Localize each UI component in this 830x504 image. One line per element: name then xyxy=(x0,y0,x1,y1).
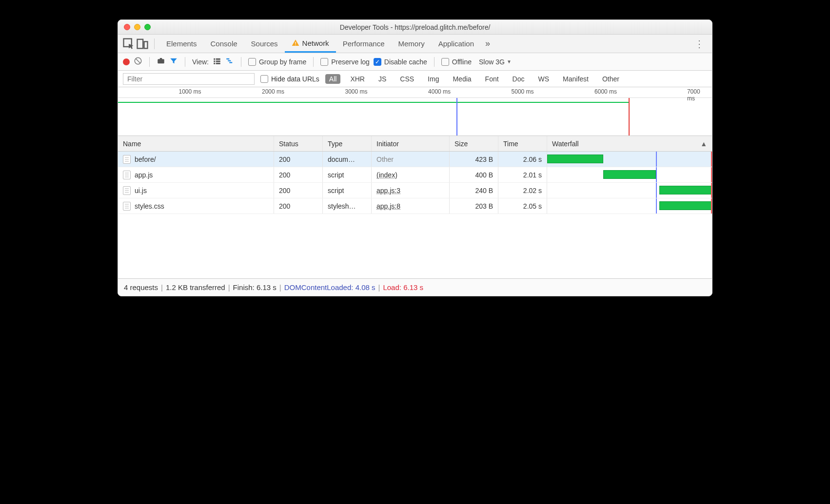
filter-chip-other[interactable]: Other xyxy=(598,74,623,84)
cell-name: before/ xyxy=(118,152,274,167)
initiator-link[interactable]: (index) xyxy=(376,171,397,179)
file-icon xyxy=(123,186,131,195)
group-by-frame-checkbox[interactable]: Group by frame xyxy=(248,58,306,66)
table-row[interactable]: styles.css200stylesh…app.js:8203 B2.05 s xyxy=(118,198,712,214)
table-row[interactable]: app.js200script(index)400 B2.01 s xyxy=(118,167,712,183)
separator: | xyxy=(279,283,281,291)
request-name: ui.js xyxy=(135,187,147,194)
cell-type: docum… xyxy=(323,152,372,167)
cell-time: 2.05 s xyxy=(498,198,547,213)
separator xyxy=(154,39,155,49)
table-row[interactable]: ui.js200scriptapp.js:3240 B2.02 s xyxy=(118,183,712,198)
tab-network[interactable]: Network xyxy=(285,35,336,53)
tab-application[interactable]: Application xyxy=(432,35,481,53)
waterfall-view-icon[interactable] xyxy=(225,57,234,67)
filter-chip-css[interactable]: CSS xyxy=(396,74,418,84)
separator xyxy=(241,57,241,67)
window-title: Developer Tools - https://preload.glitch… xyxy=(118,23,712,31)
initiator-link[interactable]: app.js:3 xyxy=(376,187,400,194)
tab-elements[interactable]: Elements xyxy=(159,35,204,53)
timeline-ruler: 1000 ms 2000 ms 3000 ms 4000 ms 5000 ms … xyxy=(118,87,712,98)
filter-chip-media[interactable]: Media xyxy=(449,74,475,84)
dcl-line xyxy=(656,152,657,167)
cell-status: 200 xyxy=(274,198,323,213)
file-icon xyxy=(123,202,131,211)
cell-size: 240 B xyxy=(450,183,498,198)
load-marker xyxy=(629,98,630,136)
filter-chip-all[interactable]: All xyxy=(325,74,341,84)
initiator-link[interactable]: app.js:8 xyxy=(376,202,400,210)
col-label: Size xyxy=(455,140,468,148)
table-row[interactable]: before/200docum…Other423 B2.06 s xyxy=(118,152,712,167)
network-table-body: before/200docum…Other423 B2.06 sapp.js20… xyxy=(118,152,712,278)
cell-time: 2.01 s xyxy=(498,167,547,182)
tab-memory[interactable]: Memory xyxy=(392,35,432,53)
col-waterfall[interactable]: Waterfall ▲ xyxy=(547,136,712,151)
col-type[interactable]: Type xyxy=(323,136,372,151)
cell-name: ui.js xyxy=(118,183,274,198)
waterfall-bar xyxy=(547,155,603,163)
col-size[interactable]: Size xyxy=(450,136,498,151)
col-name[interactable]: Name xyxy=(118,136,274,151)
cell-name: app.js xyxy=(118,167,274,182)
network-table-header: Name Status Type Initiator Size Time Wat… xyxy=(118,136,712,152)
filter-chip-manifest[interactable]: Manifest xyxy=(559,74,593,84)
kebab-menu-icon[interactable]: ⋮ xyxy=(691,38,708,50)
filter-chip-ws[interactable]: WS xyxy=(534,74,553,84)
svg-rect-1 xyxy=(138,39,143,48)
tab-performance[interactable]: Performance xyxy=(336,35,392,53)
disable-cache-checkbox[interactable]: ✓ Disable cache xyxy=(374,58,427,66)
load-line xyxy=(711,167,712,182)
inspect-element-icon[interactable] xyxy=(122,37,136,51)
tab-console[interactable]: Console xyxy=(204,35,244,53)
separator: | xyxy=(161,283,163,291)
cell-time: 2.02 s xyxy=(498,183,547,198)
svg-rect-13 xyxy=(216,63,220,64)
cell-type: stylesh… xyxy=(323,198,372,213)
cell-status: 200 xyxy=(274,152,323,167)
filter-chip-js[interactable]: JS xyxy=(375,74,390,84)
load-line xyxy=(711,183,712,198)
svg-rect-4 xyxy=(295,44,296,45)
chevron-down-icon: ▼ xyxy=(507,59,512,64)
cell-size: 400 B xyxy=(450,167,498,182)
tab-label: Application xyxy=(438,39,474,48)
separator: | xyxy=(378,283,380,291)
record-button[interactable] xyxy=(123,58,130,65)
checkbox-label: Hide data URLs xyxy=(271,75,319,83)
initiator-link: Other xyxy=(376,155,394,163)
large-rows-icon[interactable] xyxy=(213,57,221,67)
filter-toggle-icon[interactable] xyxy=(169,57,178,67)
filter-chip-xhr[interactable]: XHR xyxy=(346,74,369,84)
filter-input[interactable] xyxy=(123,73,255,85)
hide-data-urls-checkbox[interactable]: Hide data URLs xyxy=(260,75,319,83)
filter-chip-doc[interactable]: Doc xyxy=(509,74,529,84)
device-toolbar-icon[interactable] xyxy=(136,37,149,51)
clear-icon[interactable] xyxy=(134,57,142,67)
throttling-select[interactable]: Slow 3G ▼ xyxy=(475,57,515,67)
col-initiator[interactable]: Initiator xyxy=(372,136,450,151)
preserve-log-checkbox[interactable]: Preserve log xyxy=(320,58,370,66)
request-name: styles.css xyxy=(135,202,164,210)
timeline-overview[interactable]: 1000 ms 2000 ms 3000 ms 4000 ms 5000 ms … xyxy=(118,87,712,136)
cell-name: styles.css xyxy=(118,198,274,213)
more-tabs-icon[interactable]: » xyxy=(481,37,494,51)
filter-chip-font[interactable]: Font xyxy=(481,74,503,84)
summary-finish: Finish: 6.13 s xyxy=(233,283,277,291)
cell-initiator: app.js:8 xyxy=(372,198,450,213)
checkbox-icon xyxy=(441,58,449,66)
separator xyxy=(434,57,435,67)
filter-chip-img[interactable]: Img xyxy=(424,74,443,84)
checkbox-icon xyxy=(260,75,268,83)
offline-checkbox[interactable]: Offline xyxy=(441,58,472,66)
checkbox-label: Disable cache xyxy=(384,58,427,66)
col-status[interactable]: Status xyxy=(274,136,323,151)
checkbox-icon: ✓ xyxy=(374,58,381,66)
tab-sources[interactable]: Sources xyxy=(244,35,285,53)
svg-rect-11 xyxy=(216,60,220,62)
col-time[interactable]: Time xyxy=(498,136,547,151)
tick: 7000 ms xyxy=(687,88,700,102)
screenshot-icon[interactable] xyxy=(157,57,165,67)
svg-rect-2 xyxy=(144,41,148,48)
network-toolbar: View: Group by frame Preserve log ✓ Disa… xyxy=(118,53,712,71)
